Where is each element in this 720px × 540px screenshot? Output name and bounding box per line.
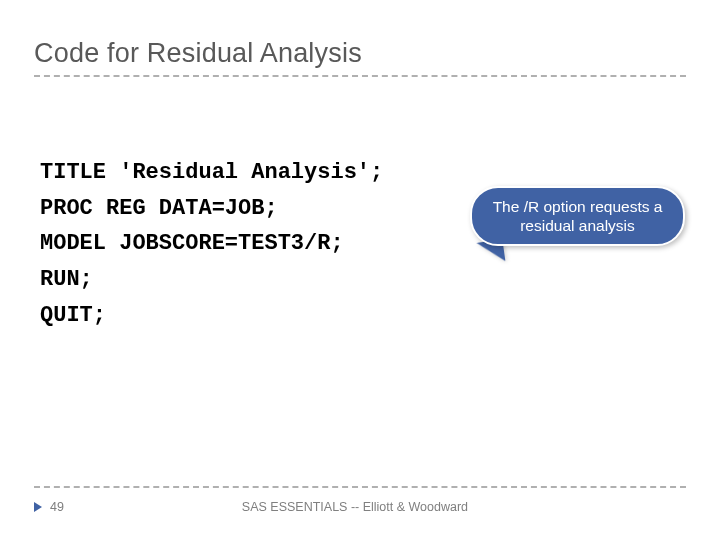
callout-bubble: The /R option requests a residual analys… bbox=[470, 186, 685, 246]
code-line-4: RUN; bbox=[40, 262, 686, 298]
footer-text: SAS ESSENTIALS -- Elliott & Woodward bbox=[24, 500, 686, 514]
code-line-5: QUIT; bbox=[40, 298, 686, 334]
slide-title: Code for Residual Analysis bbox=[34, 38, 686, 69]
callout-text: The /R option requests a residual analys… bbox=[484, 197, 671, 236]
divider-top bbox=[34, 75, 686, 77]
divider-bottom bbox=[34, 486, 686, 488]
slide: Code for Residual Analysis TITLE 'Residu… bbox=[0, 0, 720, 540]
footer: 49 SAS ESSENTIALS -- Elliott & Woodward bbox=[0, 500, 720, 514]
